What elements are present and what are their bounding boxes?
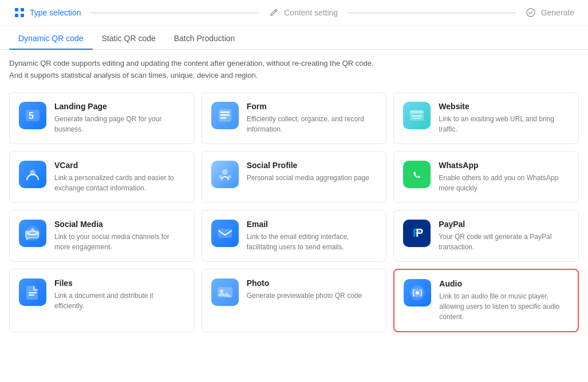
description-line2: And it supports statistical analysis of … xyxy=(9,70,579,82)
svg-point-19 xyxy=(409,167,424,182)
step-divider-1 xyxy=(90,13,259,13)
svg-text:5: 5 xyxy=(29,111,34,121)
card-social-media[interactable]: Social Media Link to your social media c… xyxy=(9,210,195,262)
social-profile-desc: Personal social media aggregation page xyxy=(247,173,377,183)
website-desc: Link to an exsiting web URL and bring tr… xyxy=(439,114,569,134)
svg-point-17 xyxy=(219,175,222,178)
step-type-selection-label: Type selection xyxy=(30,8,81,17)
paypal-title: PayPal xyxy=(439,220,569,229)
svg-rect-8 xyxy=(220,112,230,113)
step-divider-2 xyxy=(347,13,515,13)
stepper: Type selection Content setting Generate xyxy=(0,0,588,26)
audio-content: Audio Link to an audio file or music pla… xyxy=(439,279,569,322)
svg-rect-2 xyxy=(15,14,18,17)
svg-rect-30 xyxy=(29,292,37,293)
svg-text:P: P xyxy=(416,226,423,239)
photo-content: Photo Generate previewable photo QR code xyxy=(247,278,377,301)
card-website[interactable]: Website Link to an exsiting web URL and … xyxy=(393,92,579,144)
files-desc: Link a document and distribute it effici… xyxy=(54,291,185,311)
whatsapp-icon xyxy=(403,161,431,188)
step-generate[interactable]: Generate xyxy=(525,7,574,18)
whatsapp-desc: Enable others to add you on WhatsApp mor… xyxy=(439,173,569,193)
website-content: Website Link to an exsiting web URL and … xyxy=(439,102,569,134)
files-icon xyxy=(19,278,46,306)
description-line1: Dynamic QR code supports editing and upd… xyxy=(9,58,579,70)
photo-icon xyxy=(211,278,239,306)
files-content: Files Link a document and distribute it … xyxy=(54,278,185,311)
social-media-content: Social Media Link to your social media c… xyxy=(54,220,185,252)
svg-rect-1 xyxy=(21,8,24,11)
landing-page-title: Landing Page xyxy=(54,102,185,111)
social-media-icon xyxy=(19,220,46,247)
website-title: Website xyxy=(439,102,569,111)
landing-page-icon: 5 xyxy=(19,102,46,129)
step-type-selection[interactable]: Type selection xyxy=(14,7,81,18)
whatsapp-title: WhatsApp xyxy=(439,161,569,170)
card-vcard[interactable]: VCard Link a personalized cards and easi… xyxy=(9,151,195,203)
svg-rect-13 xyxy=(412,116,422,117)
svg-point-24 xyxy=(30,233,31,235)
form-icon xyxy=(211,102,239,129)
email-content: Email Link to the email editing interfac… xyxy=(247,220,377,252)
tab-dynamic[interactable]: Dynamic QR code xyxy=(9,28,93,50)
tab-batch[interactable]: Batch Production xyxy=(165,28,244,50)
svg-point-25 xyxy=(32,233,34,235)
photo-title: Photo xyxy=(247,278,377,288)
check-circle-icon xyxy=(525,7,536,18)
svg-rect-27 xyxy=(218,229,232,238)
description: Dynamic QR code supports editing and upd… xyxy=(0,50,588,87)
svg-rect-14 xyxy=(413,118,421,119)
social-profile-title: Social Profile xyxy=(247,161,377,170)
whatsapp-content: WhatsApp Enable others to add you on Wha… xyxy=(439,161,569,193)
paypal-desc: Your QR code will generate a PayPal tran… xyxy=(439,232,569,252)
social-media-title: Social Media xyxy=(54,220,185,229)
email-icon xyxy=(211,220,239,247)
svg-rect-12 xyxy=(410,110,424,113)
step-content-setting-label: Content setting xyxy=(284,8,338,17)
svg-rect-3 xyxy=(21,14,24,17)
vcard-title: VCard xyxy=(54,161,185,170)
card-social-profile[interactable]: Social Profile Personal social media agg… xyxy=(202,151,387,203)
step-content-setting[interactable]: Content setting xyxy=(268,7,338,18)
svg-rect-10 xyxy=(220,117,226,119)
form-title: Form xyxy=(247,102,377,111)
svg-rect-9 xyxy=(220,114,230,116)
vcard-icon xyxy=(19,161,46,188)
svg-point-18 xyxy=(228,175,231,178)
svg-rect-0 xyxy=(15,8,18,11)
form-content: Form Efficiently collect, organize, and … xyxy=(247,102,377,134)
form-desc: Efficiently collect, organize, and recor… xyxy=(247,114,377,134)
card-landing-page[interactable]: 5 Landing Page Generate landing page QR … xyxy=(9,92,195,144)
files-title: Files xyxy=(54,278,185,288)
email-title: Email xyxy=(247,220,377,229)
audio-title: Audio xyxy=(439,279,569,288)
website-icon xyxy=(403,102,431,129)
paypal-content: PayPal Your QR code will generate a PayP… xyxy=(439,220,569,252)
card-grid: 5 Landing Page Generate landing page QR … xyxy=(0,87,588,341)
edit-icon xyxy=(268,7,279,18)
card-form[interactable]: Form Efficiently collect, organize, and … xyxy=(202,92,387,144)
social-profile-content: Social Profile Personal social media agg… xyxy=(247,161,377,183)
landing-page-content: Landing Page Generate landing page QR fo… xyxy=(54,102,185,134)
tab-static[interactable]: Static QR code xyxy=(93,28,165,50)
vcard-content: VCard Link a personalized cards and easi… xyxy=(54,161,185,193)
svg-point-26 xyxy=(34,233,36,235)
audio-icon xyxy=(404,279,431,307)
card-audio[interactable]: Audio Link to an audio file or music pla… xyxy=(393,269,579,332)
card-email[interactable]: Email Link to the email editing interfac… xyxy=(202,210,387,262)
paypal-icon: P P xyxy=(403,220,431,247)
grid-icon xyxy=(14,7,25,18)
landing-page-desc: Generate landing page QR for your busine… xyxy=(54,114,185,134)
svg-rect-31 xyxy=(29,295,34,296)
card-paypal[interactable]: P P PayPal Your QR code will generate a … xyxy=(393,210,579,262)
step-generate-label: Generate xyxy=(541,8,574,17)
photo-desc: Generate previewable photo QR code xyxy=(247,291,377,301)
tabs: Dynamic QR code Static QR code Batch Pro… xyxy=(0,28,588,50)
card-photo[interactable]: Photo Generate previewable photo QR code xyxy=(202,269,387,332)
card-whatsapp[interactable]: WhatsApp Enable others to add you on Wha… xyxy=(393,151,579,203)
card-files[interactable]: Files Link a document and distribute it … xyxy=(9,269,195,332)
svg-point-36 xyxy=(416,291,419,295)
vcard-desc: Link a personalized cards and easier to … xyxy=(54,173,185,193)
audio-desc: Link to an audio file or music player, a… xyxy=(439,291,569,322)
social-profile-icon xyxy=(211,161,239,188)
